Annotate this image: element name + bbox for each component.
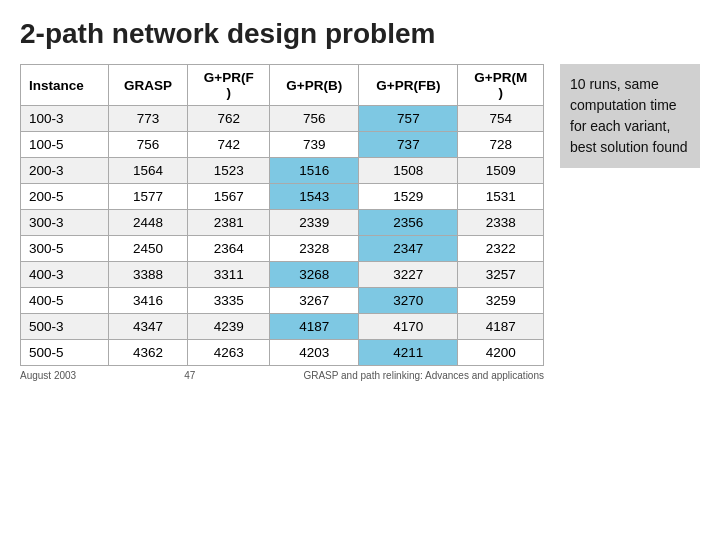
cell-grasp: 773 [108, 106, 188, 132]
cell-grasp: 1577 [108, 184, 188, 210]
side-note: 10 runs, same computation time for each … [560, 64, 700, 168]
cell-grasp: 3388 [108, 262, 188, 288]
results-table: InstanceGRASPG+PR(F)G+PR(B)G+PR(FB)G+PR(… [20, 64, 544, 366]
page: 2-path network design problem InstanceGR… [0, 0, 720, 540]
cell-gprm: 1531 [458, 184, 544, 210]
cell-gprf: 762 [188, 106, 270, 132]
cell-gprm: 728 [458, 132, 544, 158]
cell-gprfb: 1529 [359, 184, 458, 210]
cell-gprf: 3311 [188, 262, 270, 288]
cell-instance: 500-3 [21, 314, 109, 340]
table-row: 400-333883311326832273257 [21, 262, 544, 288]
cell-gprb: 739 [270, 132, 359, 158]
cell-gprf: 2381 [188, 210, 270, 236]
cell-gprb: 2328 [270, 236, 359, 262]
col-header-g-pr-fb-: G+PR(FB) [359, 65, 458, 106]
content-row: InstanceGRASPG+PR(F)G+PR(B)G+PR(FB)G+PR(… [20, 64, 700, 530]
cell-grasp: 3416 [108, 288, 188, 314]
cell-instance: 100-3 [21, 106, 109, 132]
table-row: 200-315641523151615081509 [21, 158, 544, 184]
cell-gprb: 3267 [270, 288, 359, 314]
cell-gprm: 754 [458, 106, 544, 132]
cell-instance: 300-3 [21, 210, 109, 236]
table-row: 300-524502364232823472322 [21, 236, 544, 262]
cell-grasp: 4362 [108, 340, 188, 366]
table-row: 200-515771567154315291531 [21, 184, 544, 210]
cell-gprf: 1523 [188, 158, 270, 184]
cell-gprf: 1567 [188, 184, 270, 210]
cell-gprb: 2339 [270, 210, 359, 236]
cell-gprf: 4263 [188, 340, 270, 366]
cell-gprm: 2338 [458, 210, 544, 236]
cell-gprm: 2322 [458, 236, 544, 262]
cell-grasp: 2450 [108, 236, 188, 262]
table-header-row: InstanceGRASPG+PR(F)G+PR(B)G+PR(FB)G+PR(… [21, 65, 544, 106]
footer-center: 47 [184, 370, 195, 381]
table-row: 400-534163335326732703259 [21, 288, 544, 314]
cell-gprfb: 4170 [359, 314, 458, 340]
footer-right: GRASP and path relinking: Advances and a… [303, 370, 544, 381]
footer: August 2003 47 GRASP and path relinking:… [20, 370, 544, 381]
cell-gprf: 2364 [188, 236, 270, 262]
cell-gprb: 1516 [270, 158, 359, 184]
cell-instance: 400-5 [21, 288, 109, 314]
col-header-g-pr-f-: G+PR(F) [188, 65, 270, 106]
cell-gprf: 4239 [188, 314, 270, 340]
cell-gprfb: 737 [359, 132, 458, 158]
cell-gprfb: 2347 [359, 236, 458, 262]
cell-gprfb: 757 [359, 106, 458, 132]
cell-instance: 300-5 [21, 236, 109, 262]
cell-gprfb: 3227 [359, 262, 458, 288]
cell-instance: 200-5 [21, 184, 109, 210]
cell-gprm: 4187 [458, 314, 544, 340]
cell-gprb: 3268 [270, 262, 359, 288]
cell-gprfb: 4211 [359, 340, 458, 366]
footer-left: August 2003 [20, 370, 76, 381]
cell-gprb: 4203 [270, 340, 359, 366]
cell-gprm: 3259 [458, 288, 544, 314]
table-row: 300-324482381233923562338 [21, 210, 544, 236]
col-header-g-pr-b-: G+PR(B) [270, 65, 359, 106]
cell-gprm: 1509 [458, 158, 544, 184]
col-header-g-pr-m-: G+PR(M) [458, 65, 544, 106]
cell-gprm: 4200 [458, 340, 544, 366]
cell-gprfb: 3270 [359, 288, 458, 314]
cell-gprb: 1543 [270, 184, 359, 210]
cell-instance: 400-3 [21, 262, 109, 288]
table-row: 500-543624263420342114200 [21, 340, 544, 366]
cell-gprf: 3335 [188, 288, 270, 314]
table-row: 100-3773762756757754 [21, 106, 544, 132]
table-row: 100-5756742739737728 [21, 132, 544, 158]
cell-grasp: 2448 [108, 210, 188, 236]
cell-gprf: 742 [188, 132, 270, 158]
cell-grasp: 4347 [108, 314, 188, 340]
cell-grasp: 1564 [108, 158, 188, 184]
page-title: 2-path network design problem [20, 18, 700, 50]
cell-instance: 200-3 [21, 158, 109, 184]
cell-gprm: 3257 [458, 262, 544, 288]
cell-instance: 500-5 [21, 340, 109, 366]
cell-gprfb: 2356 [359, 210, 458, 236]
col-header-instance: Instance [21, 65, 109, 106]
cell-grasp: 756 [108, 132, 188, 158]
cell-gprfb: 1508 [359, 158, 458, 184]
table-wrapper: InstanceGRASPG+PR(F)G+PR(B)G+PR(FB)G+PR(… [20, 64, 544, 530]
col-header-grasp: GRASP [108, 65, 188, 106]
cell-instance: 100-5 [21, 132, 109, 158]
cell-gprb: 4187 [270, 314, 359, 340]
table-row: 500-343474239418741704187 [21, 314, 544, 340]
cell-gprb: 756 [270, 106, 359, 132]
